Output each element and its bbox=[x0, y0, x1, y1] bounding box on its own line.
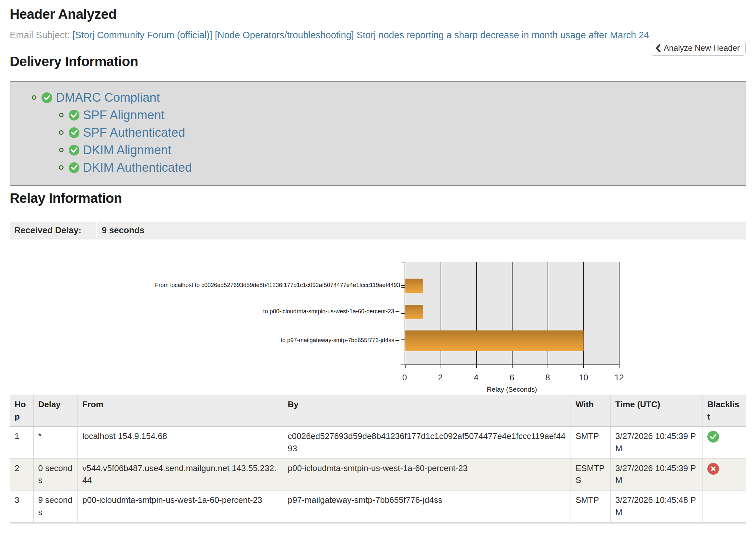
list-bullet-icon bbox=[32, 95, 36, 100]
chart-bar bbox=[405, 278, 423, 293]
cell-delay: 0 seconds bbox=[33, 458, 77, 490]
x-axis-tick-label: 4 bbox=[474, 372, 478, 383]
cell-blacklist bbox=[703, 427, 746, 458]
green-check-icon bbox=[69, 110, 79, 121]
cell-with: SMTP bbox=[571, 490, 611, 523]
delivery-check-list: DMARC Compliant SPF Alignment SPF Authen… bbox=[10, 82, 746, 176]
col-header-hop: Hop bbox=[10, 395, 34, 427]
col-header-time: Time (UTC) bbox=[611, 395, 703, 427]
col-header-blacklist: Blacklist bbox=[703, 395, 746, 427]
page: Header Analyzed Email Subject: [Storj Co… bbox=[0, 0, 756, 543]
green-check-icon bbox=[69, 145, 79, 156]
delivery-item-spf-authenticated[interactable]: SPF Authenticated bbox=[59, 124, 746, 141]
green-check-icon bbox=[41, 92, 52, 103]
cell-from: v544.v5f06b487.use4.send.mailgun.net 143… bbox=[77, 458, 283, 490]
green-check-icon bbox=[69, 162, 79, 173]
chart-category-label: From localhost to c0026ed527693d59de8b41… bbox=[155, 282, 399, 289]
page-title: Header Analyzed bbox=[10, 6, 116, 22]
delivery-item-dmarc-compliant[interactable]: DMARC Compliant bbox=[32, 89, 746, 106]
cell-hop: 2 bbox=[10, 458, 34, 490]
blacklist-ok-icon bbox=[707, 431, 719, 443]
x-axis-tick-label: 2 bbox=[438, 372, 443, 383]
x-axis-tick-label: 12 bbox=[615, 372, 624, 383]
list-bullet-icon bbox=[59, 113, 64, 117]
list-bullet-icon bbox=[59, 148, 64, 152]
analyze-new-header-button[interactable]: Analyze New Header bbox=[651, 41, 746, 56]
cell-delay: * bbox=[33, 427, 77, 458]
y-axis-tick bbox=[401, 364, 405, 364]
x-axis-tick-label: 0 bbox=[402, 372, 407, 383]
y-axis-tick bbox=[401, 287, 405, 288]
relay-delay-chart: From localhost to c0026ed527693d59de8b41… bbox=[0, 259, 756, 398]
delivery-item-label: SPF Authenticated bbox=[83, 126, 185, 140]
x-axis-tick bbox=[441, 364, 441, 368]
relay-hops-table: Hop Delay From By With Time (UTC) Blackl… bbox=[10, 395, 746, 524]
x-axis-tick bbox=[512, 364, 513, 368]
received-delay-label: Received Delay: bbox=[10, 222, 96, 239]
delivery-item-dkim-authenticated[interactable]: DKIM Authenticated bbox=[59, 159, 746, 176]
col-header-from: From bbox=[77, 395, 283, 427]
cell-time: 3/27/2026 10:45:39 PM bbox=[611, 427, 703, 458]
chart-category-label: to p00-icloudmta-smtpin-us-west-1a-60-pe… bbox=[155, 308, 399, 315]
cell-by: c0026ed527693d59de8b41236f177d1c1c092af5… bbox=[283, 427, 571, 458]
delivery-item-label: DMARC Compliant bbox=[56, 91, 160, 105]
list-bullet-icon bbox=[59, 165, 64, 170]
email-subject-line: Email Subject: [Storj Community Forum (o… bbox=[10, 30, 649, 41]
delivery-item-dkim-alignment[interactable]: DKIM Alignment bbox=[59, 141, 746, 159]
cell-delay: 9 seconds bbox=[33, 490, 77, 523]
chevron-left-icon bbox=[656, 44, 661, 52]
delivery-item-label: SPF Alignment bbox=[83, 108, 164, 122]
chart-category-label: to p97-mailgateway-smtp-7bb655f776-jd4ss bbox=[155, 337, 399, 344]
blacklist-error-icon bbox=[707, 463, 719, 475]
cell-with: SMTP bbox=[571, 427, 611, 458]
y-axis-tick bbox=[401, 313, 405, 314]
delivery-item-label: DKIM Alignment bbox=[83, 143, 171, 157]
col-header-by: By bbox=[283, 395, 571, 427]
chart-x-axis-label: Relay (Seconds) bbox=[405, 385, 619, 393]
list-bullet-icon bbox=[59, 130, 64, 135]
col-header-delay: Delay bbox=[33, 395, 77, 427]
chart-xticks: 024681012 bbox=[405, 372, 619, 384]
y-axis-tick bbox=[401, 262, 405, 263]
x-axis-tick bbox=[583, 364, 584, 368]
cell-time: 3/27/2026 10:45:39 PM bbox=[611, 458, 703, 490]
delivery-item-label: DKIM Authenticated bbox=[83, 161, 192, 175]
cell-by: p00-icloudmta-smtpin-us-west-1a-60-perce… bbox=[283, 458, 571, 490]
x-axis-tick bbox=[619, 364, 620, 368]
col-header-with: With bbox=[571, 395, 611, 427]
x-axis-tick bbox=[476, 364, 477, 368]
chart-plot bbox=[405, 262, 619, 365]
chart-gridline bbox=[619, 262, 620, 364]
relay-information-heading: Relay Information bbox=[10, 191, 122, 206]
x-axis-tick-label: 10 bbox=[579, 372, 588, 383]
y-axis-tick bbox=[401, 339, 405, 339]
cell-by: p97-mailgateway-smtp-7bb655f776-jd4ss bbox=[283, 490, 571, 523]
cell-time: 3/27/2026 10:45:48 PM bbox=[611, 490, 703, 523]
email-subject-link[interactable]: [Storj Community Forum (official)] [Node… bbox=[72, 30, 649, 40]
delivery-information-heading: Delivery Information bbox=[10, 54, 138, 69]
email-subject-label: Email Subject: bbox=[10, 30, 72, 40]
x-axis-tick-label: 8 bbox=[545, 372, 550, 383]
cell-from: localhost 154.9.154.68 bbox=[77, 427, 283, 458]
x-axis-tick-label: 6 bbox=[510, 372, 514, 383]
received-delay-row: Received Delay: 9 seconds bbox=[10, 222, 746, 240]
cell-blacklist bbox=[703, 458, 746, 490]
table-row: 2 0 seconds v544.v5f06b487.use4.send.mai… bbox=[10, 458, 746, 490]
green-check-icon bbox=[69, 127, 79, 138]
cell-with: ESMTPS bbox=[571, 458, 611, 490]
received-delay-value: 9 seconds bbox=[97, 222, 746, 239]
table-row: 1 * localhost 154.9.154.68 c0026ed527693… bbox=[10, 427, 746, 458]
x-axis-tick bbox=[405, 364, 406, 368]
cell-hop: 1 bbox=[10, 427, 34, 458]
cell-blacklist bbox=[703, 490, 746, 523]
table-header-row: Hop Delay From By With Time (UTC) Blackl… bbox=[10, 395, 746, 427]
cell-from: p00-icloudmta-smtpin-us-west-1a-60-perce… bbox=[77, 490, 283, 523]
delivery-item-spf-alignment[interactable]: SPF Alignment bbox=[59, 106, 746, 124]
analyze-button-label: Analyze New Header bbox=[664, 43, 740, 53]
x-axis-tick bbox=[548, 364, 548, 368]
chart-bar bbox=[405, 330, 584, 351]
chart-bar bbox=[405, 305, 423, 319]
table-row: 3 9 seconds p00-icloudmta-smtpin-us-west… bbox=[10, 490, 746, 523]
delivery-information-panel: DMARC Compliant SPF Alignment SPF Authen… bbox=[10, 81, 746, 186]
cell-hop: 3 bbox=[10, 490, 34, 523]
